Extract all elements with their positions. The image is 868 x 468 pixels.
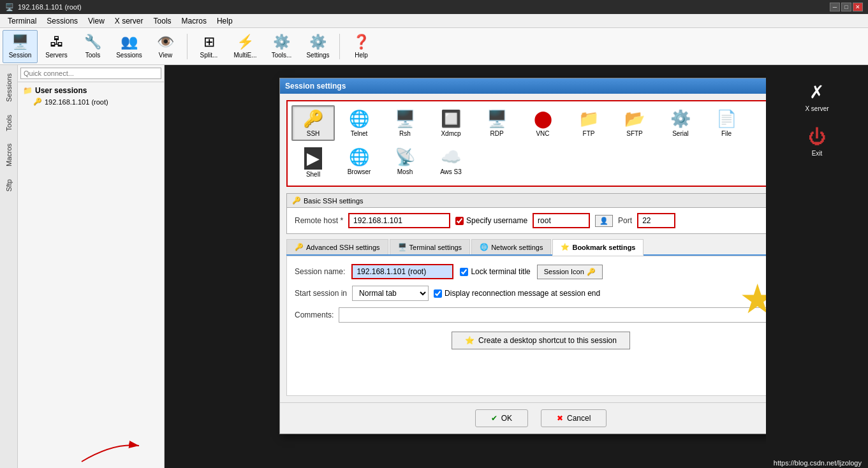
port-input[interactable] <box>637 213 675 228</box>
sidebar-tab-macros[interactable]: Macros <box>2 138 16 172</box>
protocol-sftp[interactable]: 📂 SFTP <box>613 105 656 141</box>
close-button[interactable]: ✕ <box>853 3 863 11</box>
toolbar-tools2-label: Tools... <box>272 52 292 59</box>
sessions-icon: 👥 <box>121 34 138 50</box>
toolbar: 🖥️ Session 🖧 Servers 🔧 Tools 👥 Sessions … <box>0 28 868 65</box>
protocol-shell[interactable]: ▶ Shell <box>291 143 335 182</box>
menu-tools[interactable]: Tools <box>149 15 177 27</box>
menu-help[interactable]: Help <box>212 15 238 27</box>
protocol-icons-row: 🔑 SSH 🌐 Telnet 🖥️ Rsh 🔲 Xdmcp <box>286 100 795 187</box>
tab-network[interactable]: 🌐 Network settings <box>471 239 551 254</box>
comments-label: Comments: <box>295 311 334 319</box>
sidebar-tab-sftp[interactable]: Sftp <box>2 173 16 198</box>
dialog-body: 🔑 SSH 🌐 Telnet 🖥️ Rsh 🔲 Xdmcp <box>280 94 802 402</box>
xserver-button[interactable]: ✗ X server <box>801 78 832 116</box>
mosh-icon: 📡 <box>395 147 415 167</box>
protocol-vnc[interactable]: ⬤ VNC <box>521 105 564 141</box>
protocol-xdmcp[interactable]: 🔲 Xdmcp <box>429 105 473 141</box>
protocol-telnet[interactable]: 🌐 Telnet <box>337 105 381 141</box>
toolbar-tools-label: Tools <box>85 52 100 59</box>
specify-username-checkbox-label[interactable]: Specify username <box>455 216 527 225</box>
remote-host-input[interactable] <box>348 213 450 228</box>
exit-button[interactable]: ⏻ Exit <box>804 122 830 161</box>
basic-ssh-title: 🔑 Basic SSH settings <box>287 194 795 208</box>
toolbar-help[interactable]: ❓ Help <box>344 30 379 63</box>
create-shortcut-label: Create a desktop shortcut to this sessio… <box>478 336 617 345</box>
sftp-label: SFTP <box>626 130 643 137</box>
vnc-label: VNC <box>536 130 549 137</box>
username-input[interactable] <box>533 213 590 228</box>
username-icon-btn[interactable]: 👤 <box>595 215 613 227</box>
protocol-rdp[interactable]: 🖥️ RDP <box>475 105 519 141</box>
start-session-dropdown[interactable]: Normal tab New window New tab <box>352 286 429 301</box>
rsh-icon: 🖥️ <box>395 109 415 129</box>
toolbar-settings[interactable]: ⚙️ Settings <box>300 30 335 63</box>
network-icon: 🌐 <box>480 243 489 251</box>
rdp-icon: 🖥️ <box>487 109 507 129</box>
toolbar-multie-label: MultiE... <box>233 52 256 59</box>
lock-terminal-title-checkbox[interactable] <box>460 268 468 276</box>
app-layout: Sessions Tools Macros Sftp 📁 User sessio… <box>0 65 868 468</box>
shortcut-btn-row: ⭐ Create a desktop shortcut to this sess… <box>295 332 787 349</box>
tab-terminal[interactable]: 🖥️ Terminal settings <box>390 239 471 254</box>
rdp-label: RDP <box>490 130 503 137</box>
lock-terminal-title-label[interactable]: Lock terminal title <box>460 267 530 276</box>
toolbar-servers[interactable]: 🖧 Servers <box>39 30 74 63</box>
menu-sessions[interactable]: Sessions <box>41 15 83 27</box>
xdmcp-label: Xdmcp <box>441 130 460 137</box>
menu-macros[interactable]: Macros <box>177 15 212 27</box>
toolbar-tools2[interactable]: ⚙️ Tools... <box>264 30 299 63</box>
toolbar-sessions-label: Sessions <box>116 52 142 59</box>
maximize-button[interactable]: □ <box>841 3 851 11</box>
session-settings-dialog: Session settings ✕ 🔑 SSH 🌐 Telnet 🖥️ <box>279 78 802 434</box>
protocol-ftp[interactable]: 📁 FTP <box>567 105 610 141</box>
tab-advanced-ssh-label: Advanced SSH settings <box>306 244 380 251</box>
user-sessions-group[interactable]: 📁 User sessions <box>20 85 161 96</box>
terminal-icon: 🖥️ <box>398 243 407 251</box>
display-reconnect-checkbox[interactable] <box>434 289 442 298</box>
protocol-awss3[interactable]: ☁️ Aws S3 <box>429 143 473 182</box>
cancel-x-icon: ✖ <box>557 414 563 423</box>
protocol-file[interactable]: 📄 File <box>705 105 748 141</box>
help-icon: ❓ <box>353 34 370 50</box>
quick-connect-input[interactable] <box>20 68 161 79</box>
tab-content-bookmark: ★ Session name: Lock terminal title Sess… <box>286 256 795 396</box>
session-name-input[interactable] <box>351 264 453 279</box>
specify-username-checkbox[interactable] <box>455 217 464 225</box>
protocol-serial[interactable]: ⚙️ Serial <box>659 105 702 141</box>
session-item[interactable]: 🔑 192.168.1.101 (root) <box>20 96 161 107</box>
protocol-mosh[interactable]: 📡 Mosh <box>383 143 427 182</box>
create-shortcut-button[interactable]: ⭐ Create a desktop shortcut to this sess… <box>452 332 630 349</box>
shell-icon: ▶ <box>304 147 322 170</box>
xserver-icon: ✗ <box>809 82 824 103</box>
display-reconnect-label[interactable]: Display reconnection message at session … <box>434 289 600 298</box>
lock-terminal-title-text: Lock terminal title <box>471 267 530 276</box>
app-icon: 🖥️ <box>5 3 14 11</box>
advanced-ssh-icon: 🔑 <box>295 243 304 251</box>
ok-check-icon: ✔ <box>491 414 497 423</box>
toolbar-view[interactable]: 👁️ View <box>148 30 183 63</box>
ok-button[interactable]: ✔ OK <box>475 409 528 427</box>
menu-view[interactable]: View <box>83 15 110 27</box>
toolbar-multie[interactable]: ⚡ MultiE... <box>228 30 263 63</box>
minimize-button[interactable]: ─ <box>830 3 840 11</box>
protocol-ssh[interactable]: 🔑 SSH <box>291 105 335 141</box>
shell-label: Shell <box>306 171 320 178</box>
cancel-button[interactable]: ✖ Cancel <box>541 409 607 427</box>
toolbar-sessions[interactable]: 👥 Sessions <box>112 30 147 63</box>
tab-advanced-ssh[interactable]: 🔑 Advanced SSH settings <box>286 239 388 254</box>
tab-bookmark[interactable]: ⭐ Bookmark settings <box>552 239 644 256</box>
menu-xserver[interactable]: X server <box>110 15 149 27</box>
comments-input[interactable] <box>339 307 787 323</box>
protocol-browser[interactable]: 🌐 Browser <box>337 143 381 182</box>
awss3-label: Aws S3 <box>440 168 462 175</box>
session-icon-button[interactable]: Session Icon 🔑 <box>537 265 603 279</box>
protocol-rsh[interactable]: 🖥️ Rsh <box>383 105 427 141</box>
toolbar-tools[interactable]: 🔧 Tools <box>75 30 110 63</box>
menu-terminal[interactable]: Terminal <box>3 15 41 27</box>
sidebar-tab-sessions[interactable]: Sessions <box>2 68 16 108</box>
toolbar-split[interactable]: ⊞ Split... <box>191 30 226 63</box>
dialog-title-bar: Session settings ✕ <box>280 78 802 94</box>
toolbar-session[interactable]: 🖥️ Session <box>3 30 38 63</box>
sidebar-tab-tools[interactable]: Tools <box>2 109 16 137</box>
